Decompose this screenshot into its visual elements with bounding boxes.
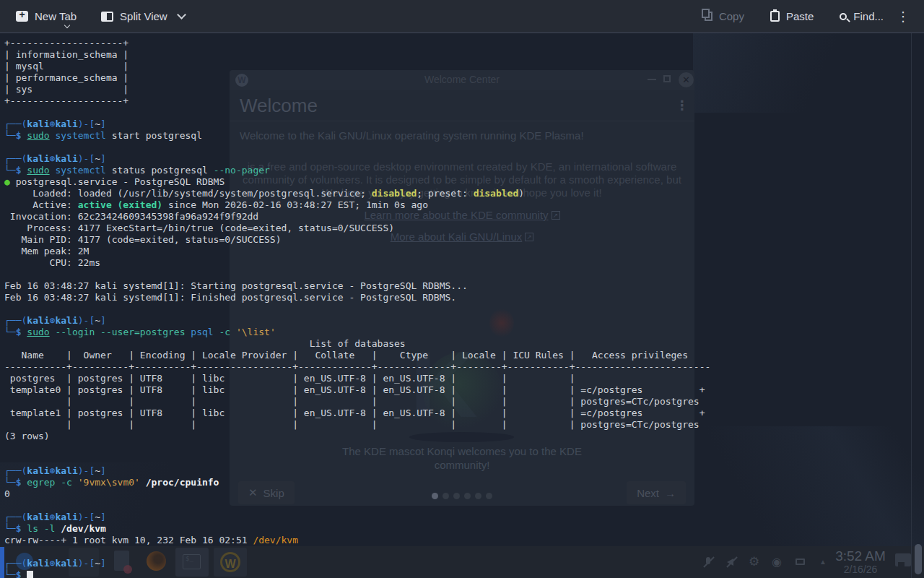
terminal-line: Feb 16 03:48:27 kali systemd[1]: Finishe… (4, 292, 911, 303)
terminal-line (4, 107, 911, 118)
terminal-line: Loaded: loaded (/usr/lib/systemd/system/… (4, 188, 911, 199)
paste-button[interactable]: Paste (763, 0, 821, 33)
terminal-line: | information_schema | (4, 49, 911, 61)
copy-icon (705, 12, 712, 21)
terminal-line (4, 442, 911, 454)
paste-label: Paste (786, 10, 814, 22)
terminal-line: template0 | postgres | UTF8 | libc | en_… (4, 384, 911, 396)
find-button[interactable]: Find... (832, 0, 891, 33)
split-view-chevron-icon (177, 10, 186, 20)
terminal-line: 0 (4, 488, 911, 500)
terminal-line (4, 454, 911, 465)
paste-icon (770, 11, 780, 22)
split-view-label: Split View (120, 10, 167, 22)
terminal-line: postgres | postgres | UTF8 | libc | en_U… (4, 373, 911, 384)
terminal-line: └─$ ls -l /dev/kvm (4, 523, 911, 535)
terminal-line: | | | | | | | | postgres=CTc/postgres (4, 419, 911, 431)
copy-label: Copy (719, 10, 744, 22)
terminal-line: └─$ sudo systemctl status postgresql --n… (4, 165, 911, 176)
terminal-line: Process: 4177 ExecStart=/bin/true (code=… (4, 223, 911, 234)
new-tab-chevron-icon[interactable] (64, 22, 70, 27)
terminal-line (4, 546, 911, 558)
terminal-line: ┌──(kali⊛kali)-[~] (4, 512, 911, 523)
find-label: Find... (853, 10, 884, 22)
terminal-line (4, 142, 911, 153)
kebab-menu-icon[interactable]: ⋮ (891, 0, 915, 33)
terminal-line: └─$ sudo systemctl start postgresql (4, 130, 911, 142)
terminal-line: ┌──(kali⊛kali)-[~] (4, 153, 911, 165)
new-tab-button[interactable]: New Tab (9, 0, 84, 33)
terminal-line: ┌──(kali⊛kali)-[~] (4, 118, 911, 130)
new-tab-icon (16, 11, 28, 22)
terminal-line: Active: active (exited) since Mon 2026-0… (4, 199, 911, 211)
terminal-line (4, 269, 911, 280)
terminal-cursor (27, 571, 33, 578)
terminal-line: └─$ sudo --login --user=postgres psql -c… (4, 327, 911, 338)
terminal-line (4, 303, 911, 315)
terminal-line: Name | Owner | Encoding | Locale Provide… (4, 350, 911, 361)
terminal-line: List of databases (4, 338, 911, 350)
terminal-output[interactable]: +--------------------+| information_sche… (0, 33, 911, 578)
terminal-line: | performance_schema | (4, 72, 911, 84)
terminal-line: ● postgresql.service - PostgreSQL RDBMS (4, 176, 911, 188)
terminal-toolbar: New Tab Split View Copy Paste Find... ⋮ (0, 0, 924, 33)
terminal-line: -----------+----------+----------+------… (4, 361, 911, 373)
new-tab-label: New Tab (35, 10, 77, 22)
copy-button[interactable]: Copy (693, 0, 751, 33)
terminal-line: | | | | | | | | postgres=CTc/postgres (4, 396, 911, 407)
terminal-scrollbar[interactable] (911, 33, 924, 578)
scrollbar-thumb[interactable] (915, 544, 922, 574)
terminal-line: └─$ egrep -c '9vmx\svm0' /proc/cpuinfo (4, 477, 911, 488)
split-view-icon (101, 12, 113, 22)
terminal-line: CPU: 22ms (4, 257, 911, 269)
terminal-line: Feb 16 03:48:27 kali systemd[1]: Startin… (4, 280, 911, 292)
terminal-line: └─$ (4, 569, 911, 578)
terminal-line: | sys | (4, 84, 911, 95)
terminal-line: Mem peak: 2M (4, 246, 911, 257)
qterminal-window: New Tab Split View Copy Paste Find... ⋮ (0, 0, 924, 578)
terminal-line: ┌──(kali⊛kali)-[~] (4, 465, 911, 477)
search-icon (840, 13, 847, 20)
terminal-line: (3 rows) (4, 431, 911, 442)
terminal-line: ┌──(kali⊛kali)-[~] (4, 315, 911, 327)
terminal-line: crw-rw----+ 1 root kvm 10, 232 Feb 16 02… (4, 535, 911, 546)
terminal-line: | mysql | (4, 61, 911, 72)
terminal-line: +--------------------+ (4, 95, 911, 107)
split-view-button[interactable]: Split View (94, 0, 192, 33)
terminal-line: Main PID: 4177 (code=exited, status=0/SU… (4, 234, 911, 246)
terminal-line: Invocation: 62c23424609345398fa96a924f9f… (4, 211, 911, 223)
terminal-line: ┌──(kali⊛kali)-[~] (4, 558, 911, 569)
terminal-line (4, 500, 911, 512)
terminal-line: +--------------------+ (4, 38, 911, 49)
terminal-line: template1 | postgres | UTF8 | libc | en_… (4, 407, 911, 419)
